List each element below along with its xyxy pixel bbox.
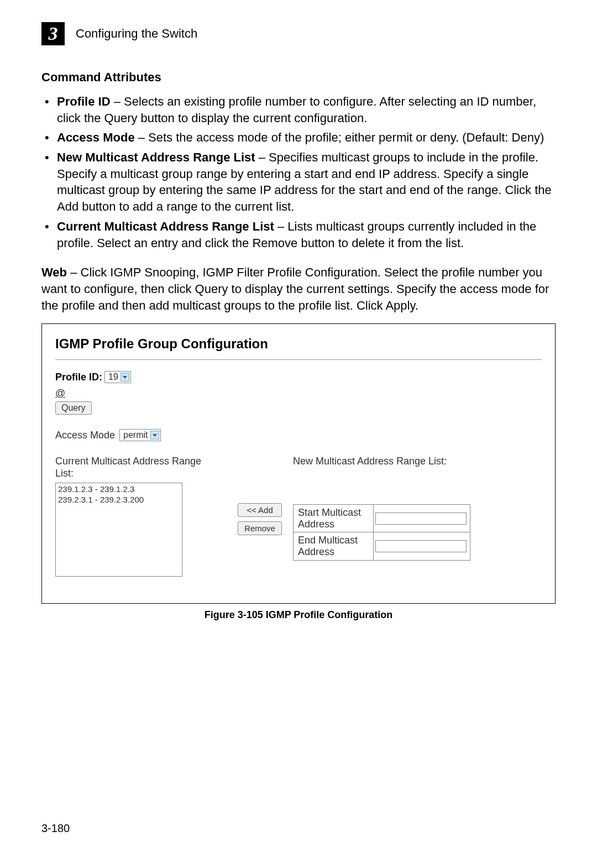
figure-caption: Figure 3-105 IGMP Profile Configuration [41, 609, 556, 621]
web-desc: – Click IGMP Snooping, IGMP Filter Profi… [41, 265, 549, 312]
profile-id-block: Profile ID: 19 @ Query [55, 371, 542, 415]
chapter-title: Configuring the Switch [76, 27, 197, 41]
chapter-number: 3 [49, 23, 58, 44]
attr-label: Current Multicast Address Range List [57, 219, 274, 233]
start-address-input[interactable] [375, 513, 467, 525]
at-symbol-icon: @ [55, 388, 65, 399]
chevron-down-icon [150, 431, 159, 440]
page-number: 3-180 [41, 822, 70, 835]
button-column: << Add Remove [221, 456, 282, 535]
table-row: Start Multicast Address [294, 504, 470, 532]
new-range-column: New Multicast Address Range List: Start … [293, 456, 542, 560]
attr-desc: – Sets the access mode of the profile; e… [135, 130, 544, 144]
access-mode-row: Access Mode permit [55, 429, 542, 441]
list-item[interactable]: 239.2.3.1 - 239.2.3.200 [58, 495, 180, 505]
chevron-down-icon [121, 373, 129, 381]
list-item: Profile ID – Selects an existing profile… [57, 93, 556, 126]
list-item: Access Mode – Sets the access mode of th… [57, 129, 556, 146]
web-label: Web [41, 265, 67, 279]
profile-id-select[interactable]: 19 [104, 371, 131, 383]
table-row: End Multicast Address [294, 532, 470, 560]
current-range-label: Current Multicast Address Range List: [55, 456, 221, 479]
attr-label: New Multicast Address Range List [57, 150, 255, 164]
list-item: Current Multicast Address Range List – L… [57, 218, 556, 251]
attribute-list: Profile ID – Selects an existing profile… [57, 93, 556, 251]
list-item[interactable]: 239.1.2.3 - 239.1.2.3 [58, 484, 180, 495]
query-button[interactable]: Query [55, 401, 92, 415]
web-paragraph: Web – Click IGMP Snooping, IGMP Filter P… [41, 264, 556, 313]
screenshot-figure: IGMP Profile Group Configuration Profile… [41, 323, 556, 604]
attr-label: Access Mode [57, 130, 135, 144]
chapter-badge: 3 [41, 22, 65, 45]
profile-id-value: 19 [108, 372, 118, 382]
current-range-column: Current Multicast Address Range List: 23… [55, 456, 221, 577]
access-mode-label: Access Mode [55, 430, 115, 441]
attr-label: Profile ID [57, 95, 111, 108]
access-mode-select[interactable]: permit [119, 429, 160, 441]
range-columns: Current Multicast Address Range List: 23… [55, 456, 542, 577]
list-item: New Multicast Address Range List – Speci… [57, 149, 556, 215]
profile-id-label: Profile ID: [55, 372, 102, 383]
end-address-cell [374, 532, 470, 560]
end-address-label: End Multicast Address [294, 532, 374, 560]
current-range-listbox[interactable]: 239.1.2.3 - 239.1.2.3 239.2.3.1 - 239.2.… [55, 483, 182, 577]
access-mode-value: permit [123, 430, 148, 440]
profile-id-row: Profile ID: 19 [55, 371, 542, 383]
section-heading: Command Attributes [41, 70, 556, 85]
end-address-input[interactable] [375, 540, 467, 552]
start-address-label: Start Multicast Address [294, 504, 374, 532]
address-input-table: Start Multicast Address End Multicast Ad… [293, 504, 470, 561]
screenshot-title: IGMP Profile Group Configuration [55, 336, 542, 355]
page-header: 3 Configuring the Switch [41, 22, 556, 45]
divider [55, 359, 542, 360]
remove-button[interactable]: Remove [238, 521, 282, 535]
start-address-cell [374, 504, 470, 532]
new-range-label: New Multicast Address Range List: [293, 456, 542, 468]
attr-desc: – Selects an existing profile number to … [57, 95, 536, 125]
add-button[interactable]: << Add [238, 503, 282, 517]
